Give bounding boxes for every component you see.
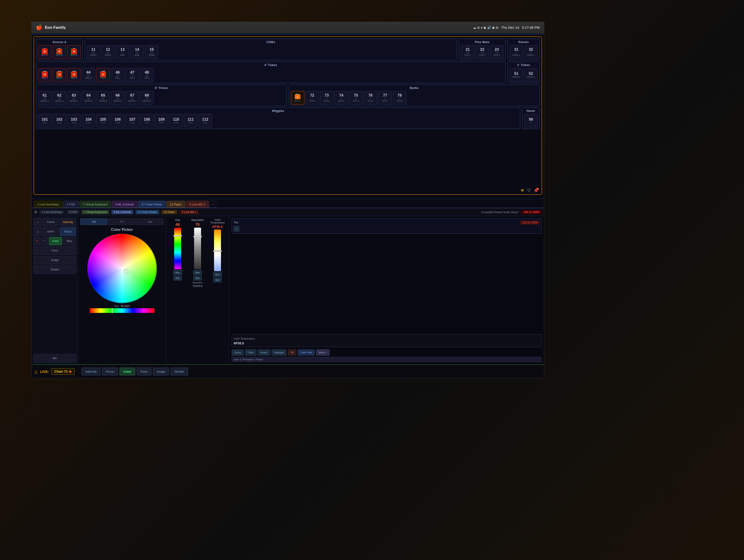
form-btn[interactable]: Form xyxy=(34,247,76,255)
home2-icon[interactable]: 8 xyxy=(34,237,40,245)
fixture-12[interactable]: 12 CB 300D/2 xyxy=(101,45,115,59)
tab-patch[interactable]: 12 Patch xyxy=(166,201,185,208)
color-btn[interactable]: Color xyxy=(49,237,62,245)
tab-color[interactable]: 27 Color Picker xyxy=(138,201,165,208)
fixture-105[interactable]: 105 FCB xyxy=(96,114,110,127)
sub-tab-psd[interactable]: 2 PSD xyxy=(67,210,79,214)
fixture-64[interactable]: 64 CB MCPro.4 xyxy=(82,91,95,105)
fixture-61[interactable]: 61 CB MCPro.1 xyxy=(38,91,51,105)
fixture-51[interactable]: 51 MTpro.1 xyxy=(510,68,523,81)
fixture-2[interactable]: 2 10 CB Src4 #2 xyxy=(52,45,66,59)
sat-vert-slider[interactable] xyxy=(194,228,201,269)
fixture-46[interactable]: 46 CB T4c.2 xyxy=(111,68,124,81)
max-btn[interactable]: Max xyxy=(63,237,76,245)
off-btn[interactable]: Off xyxy=(288,349,296,356)
allnps-btn[interactable]: AllNPs xyxy=(43,227,59,236)
more-btn[interactable]: More > xyxy=(316,349,329,356)
hue-slider-h[interactable] xyxy=(90,308,154,313)
xy-tab[interactable]: XY xyxy=(108,218,136,225)
min-ct-btn[interactable]: Min xyxy=(213,278,222,282)
hs-tab[interactable]: HS xyxy=(80,218,108,225)
fixture-110[interactable]: 110 FCB xyxy=(169,114,183,127)
fixture-103[interactable]: 103 FCB xyxy=(67,114,81,127)
fixture-42[interactable]: 42 10 CB PB12.2 xyxy=(52,68,66,81)
fixture-99[interactable]: 99 S xyxy=(524,114,537,127)
color-fn-tab[interactable]: Color xyxy=(119,368,135,375)
tab-livems[interactable]: 3 Live MS 1 xyxy=(186,201,209,208)
ct-vert-slider[interactable] xyxy=(214,229,221,271)
fixture-3[interactable]: 3 10 CB Src4 #3 xyxy=(67,45,81,59)
minus-btn[interactable]: − xyxy=(41,237,48,245)
fixture-1[interactable]: 1 10 CB Src4 #1 xyxy=(38,45,51,59)
fixture-104[interactable]: 104 FCB xyxy=(82,114,95,127)
sub-tab-live[interactable]: 1 Live Summary xyxy=(40,210,64,214)
fixture-43[interactable]: 43 10 CB PB12.3 xyxy=(67,68,81,81)
fixture-102[interactable]: 102 FCB xyxy=(52,114,66,127)
tab-vkb[interactable]: 7 Virtual Keyboard xyxy=(79,201,111,208)
fixture-77[interactable]: 77 C NYX.7 xyxy=(378,91,392,105)
sub-tab-vkb[interactable]: 7 Virtual Keyboard xyxy=(81,210,109,214)
highlight-btn[interactable]: Highlight xyxy=(271,349,287,356)
query-btn[interactable]: Query xyxy=(232,349,244,356)
sub-tab-patch[interactable]: 12 Patch xyxy=(161,210,177,214)
shutter-btn[interactable]: Shutter xyxy=(34,265,76,274)
fixture-109[interactable]: 109 FCB xyxy=(155,114,168,127)
gel-tab[interactable]: Gel xyxy=(137,218,163,225)
fixture-44[interactable]: 44 CB PB12.4 xyxy=(82,68,95,81)
fixture-62[interactable]: 62 CB MCPro.2 xyxy=(52,91,66,105)
focus-fn-tab[interactable]: Focus xyxy=(102,368,118,375)
home-icon-btn[interactable]: ⌂ xyxy=(34,227,42,236)
form-fn-tab[interactable]: Form xyxy=(137,368,151,375)
fixture-48[interactable]: 48 CB T4c.4 xyxy=(140,68,154,81)
intens-label-btn[interactable]: Intens xyxy=(43,218,59,226)
sub-tab-color[interactable]: 27 Color Picker xyxy=(136,210,159,214)
fixture-66[interactable]: 66 CB MCPro.6 xyxy=(111,91,124,105)
max-sat-btn[interactable]: Max xyxy=(193,270,202,275)
fixture-101[interactable]: 101 FCB xyxy=(38,114,51,127)
fixture-47[interactable]: 47 CB T4c.3 xyxy=(125,68,139,81)
tab-add[interactable]: + xyxy=(210,201,216,208)
hue-vert-slider[interactable] xyxy=(174,228,181,269)
fixture-112[interactable]: 112 FCB xyxy=(198,114,212,127)
intens-btn[interactable]: ⌂ xyxy=(34,218,42,226)
fixture-65[interactable]: 65 CB MCPro.5 xyxy=(96,91,110,105)
fixture-67[interactable]: 67 CB MCPro.7 xyxy=(125,91,139,105)
tint-home-icon[interactable]: ⌂ xyxy=(234,226,239,232)
pin-icon[interactable]: 📌 xyxy=(533,187,539,193)
color-wheel-container[interactable] xyxy=(87,234,157,303)
fixture-106[interactable]: 106 FCB xyxy=(111,114,124,127)
fixture-21[interactable]: 21 CB F22c.1 xyxy=(461,45,474,59)
fixture-73[interactable]: 73 C NYX.3 xyxy=(320,91,334,105)
fixture-108[interactable]: 108 FCB xyxy=(140,114,154,127)
tab-ml[interactable]: 5 ML Controls xyxy=(112,201,137,208)
min-hue-btn[interactable]: Min xyxy=(174,276,182,281)
fixture-111[interactable]: 111 FCB xyxy=(184,114,197,127)
tab-psd[interactable]: 2 PSD xyxy=(63,201,79,208)
image-fn-tab[interactable]: Image xyxy=(153,368,169,375)
fixture-22[interactable]: 22 CB F22c.2 xyxy=(476,45,489,59)
gear-icon[interactable]: ⚙ xyxy=(34,210,37,214)
fixture-41[interactable]: 41 10 CB PB12.1 xyxy=(38,68,51,81)
tab-live-summary[interactable]: 1 Live Summary xyxy=(34,201,62,208)
fixture-11[interactable]: 11 CB 300D/1 xyxy=(87,45,100,59)
fixture-45[interactable]: 45 10 CB T4c.1 xyxy=(96,68,110,81)
sub-tab-ml[interactable]: 5 ML Controls xyxy=(111,210,133,214)
fixture-75[interactable]: 75 C NYX.5 xyxy=(349,91,363,105)
fixture-72[interactable]: 72 C NYX.2 xyxy=(305,91,319,105)
sub-tab-livems[interactable]: 3 Live MS 1 xyxy=(180,210,199,214)
fixture-74[interactable]: 74 C NYX.4 xyxy=(335,91,348,105)
fixture-71[interactable]: 71 6 C NYX.1 xyxy=(291,91,304,105)
fixture-32[interactable]: 32 C P300c.2 xyxy=(524,45,537,59)
intensity-fn-tab[interactable]: Intensity xyxy=(81,368,101,375)
fixture-15[interactable]: 15 CB 1200D xyxy=(145,45,158,59)
max-hue-btn[interactable]: Max xyxy=(173,270,182,275)
fixture-78[interactable]: 78 C NYX.8 xyxy=(393,91,407,105)
fixture-14[interactable]: 14 CB 600D xyxy=(131,45,144,59)
fixture-23[interactable]: 23 CB F22c.3 xyxy=(490,45,504,59)
css-color-wheel[interactable] xyxy=(87,234,157,303)
assert-btn[interactable]: Assert xyxy=(258,349,270,356)
star-icon[interactable]: ★ xyxy=(520,187,524,193)
max-ct-btn[interactable]: Max xyxy=(213,272,222,277)
min-sat-btn[interactable]: Min xyxy=(193,276,202,281)
image-btn[interactable]: Image xyxy=(34,256,76,264)
